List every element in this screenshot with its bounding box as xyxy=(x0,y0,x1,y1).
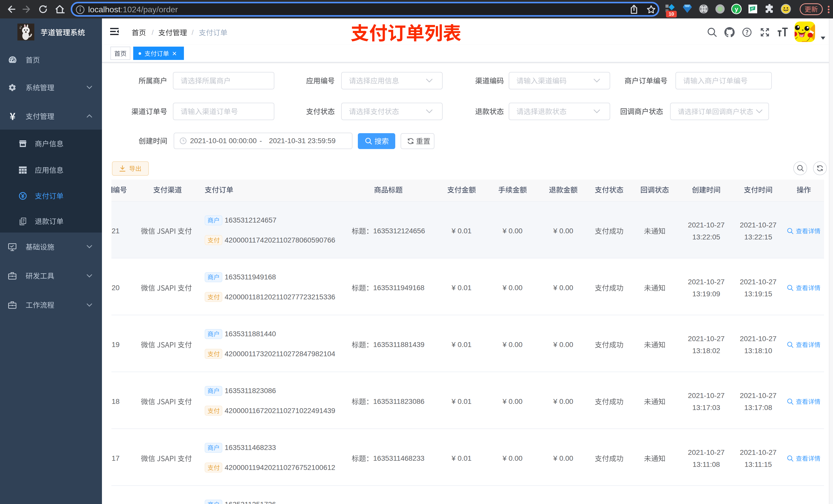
svg-text:y: y xyxy=(735,6,738,13)
